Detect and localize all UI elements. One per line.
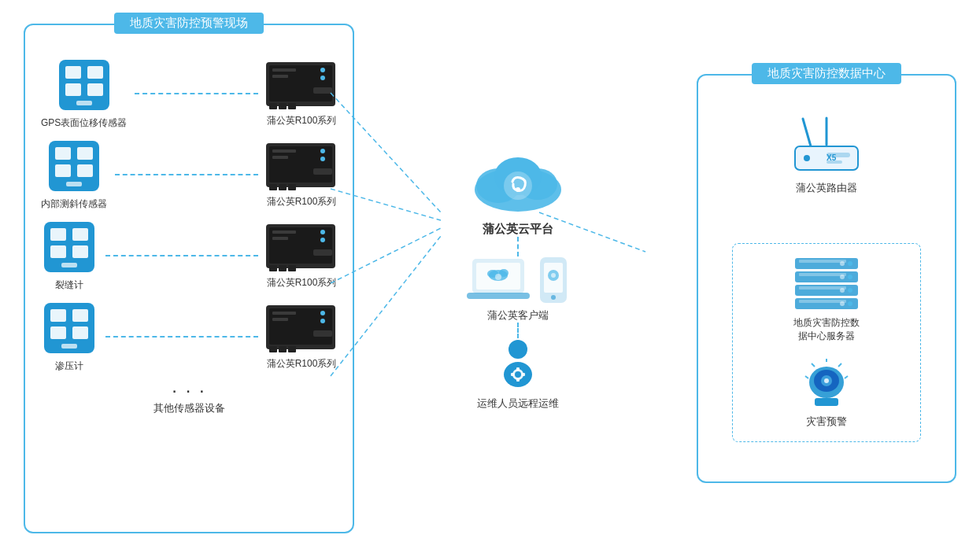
laptop-icon bbox=[467, 256, 530, 304]
r100-1-label: 蒲公英R100系列 bbox=[267, 114, 337, 127]
right-datacenter-box: 地质灾害防控数据中心 X5 蒲公英路由器 bbox=[697, 74, 956, 483]
svg-line-120 bbox=[805, 376, 808, 378]
svg-rect-17 bbox=[55, 147, 71, 160]
svg-point-112 bbox=[840, 301, 845, 306]
svg-rect-110 bbox=[799, 300, 846, 303]
svg-line-90 bbox=[803, 119, 811, 146]
person-label: 运维人员远程运维 bbox=[477, 397, 559, 411]
svg-rect-35 bbox=[50, 245, 66, 258]
svg-rect-33 bbox=[50, 228, 66, 241]
right-box-title: 地质灾害防控数据中心 bbox=[752, 63, 901, 84]
svg-rect-50 bbox=[72, 309, 88, 322]
r100-3-label: 蒲公英R100系列 bbox=[267, 276, 337, 290]
sensor-crack: 裂缝计 bbox=[41, 219, 98, 292]
svg-text:X5: X5 bbox=[827, 153, 837, 162]
router-label: 蒲公英路由器 bbox=[796, 181, 857, 195]
svg-rect-86 bbox=[516, 367, 520, 371]
svg-point-43 bbox=[320, 238, 325, 242]
r100-device-1 bbox=[266, 59, 337, 111]
alarm-icon bbox=[799, 359, 854, 410]
svg-rect-18 bbox=[77, 147, 93, 160]
sensor-pressure: 渗压计 bbox=[41, 300, 98, 373]
line-h-3a bbox=[105, 255, 258, 256]
svg-rect-98 bbox=[799, 260, 846, 263]
alarm-section: 灾害预警 bbox=[799, 359, 854, 429]
svg-rect-3 bbox=[65, 83, 81, 96]
svg-rect-63 bbox=[288, 346, 296, 352]
sensor-row-3: 裂缝计 蒲公英R100 bbox=[41, 219, 337, 292]
dots-vertical: · · · bbox=[172, 379, 205, 401]
svg-rect-49 bbox=[50, 309, 66, 322]
r100-device-3 bbox=[266, 221, 337, 273]
gps-sensor-icon bbox=[56, 57, 113, 113]
server-icon bbox=[791, 256, 862, 312]
other-sensors: · · · 其他传感器设备 bbox=[41, 379, 337, 415]
svg-rect-53 bbox=[61, 344, 77, 349]
sensor-gps: GPS表面位移传感器 bbox=[41, 57, 127, 130]
client-label: 蒲公英客户端 bbox=[487, 308, 549, 323]
r100-4: 蒲公英R100系列 bbox=[266, 302, 337, 371]
svg-point-81 bbox=[551, 273, 556, 278]
line-v-1 bbox=[517, 237, 519, 256]
sensor-gps-label: GPS表面位移传感器 bbox=[41, 116, 127, 130]
svg-rect-41 bbox=[272, 237, 288, 240]
svg-point-82 bbox=[508, 340, 527, 359]
sensor-row-1: GPS表面位移传感器 bbox=[41, 57, 337, 130]
line-v-2 bbox=[517, 323, 519, 338]
svg-point-100 bbox=[840, 261, 845, 266]
r100-device-4 bbox=[266, 302, 337, 354]
svg-point-68 bbox=[504, 172, 532, 200]
r100-2-label: 蒲公英R100系列 bbox=[267, 195, 337, 208]
left-site-box: 地质灾害防控预警现场 GPS表面位移传感器 bbox=[24, 24, 354, 533]
svg-rect-51 bbox=[50, 326, 66, 339]
svg-rect-60 bbox=[313, 330, 332, 337]
svg-rect-2 bbox=[87, 66, 103, 79]
pressure-sensor-icon bbox=[41, 300, 98, 356]
svg-line-118 bbox=[812, 363, 815, 367]
r100-2: 蒲公英R100系列 bbox=[266, 140, 337, 208]
svg-point-85 bbox=[515, 371, 521, 378]
left-box-title: 地质灾害防控预警现场 bbox=[114, 13, 264, 34]
svg-rect-19 bbox=[55, 164, 71, 177]
client-section: 蒲公英客户端 bbox=[467, 256, 569, 323]
line-h-2a bbox=[115, 174, 258, 175]
svg-point-93 bbox=[804, 155, 810, 161]
sensor-tilt-label: 内部测斜传感器 bbox=[41, 197, 107, 211]
sensor-row-2: 内部测斜传感器 蒲公英 bbox=[41, 138, 337, 211]
svg-rect-25 bbox=[272, 156, 288, 159]
tilt-sensor-icon bbox=[46, 138, 102, 194]
svg-rect-88 bbox=[511, 373, 514, 376]
svg-rect-45 bbox=[269, 265, 277, 271]
crack-sensor-icon bbox=[41, 219, 98, 275]
person-section: 运维人员远程运维 bbox=[477, 338, 559, 411]
svg-rect-47 bbox=[288, 265, 296, 271]
svg-rect-61 bbox=[269, 346, 277, 352]
svg-point-27 bbox=[320, 157, 325, 161]
svg-rect-8 bbox=[272, 68, 296, 72]
svg-rect-40 bbox=[272, 231, 296, 234]
svg-rect-46 bbox=[279, 265, 287, 271]
svg-rect-13 bbox=[269, 103, 277, 109]
svg-point-103 bbox=[848, 275, 852, 279]
svg-rect-102 bbox=[799, 273, 846, 276]
svg-point-69 bbox=[516, 187, 520, 192]
svg-point-99 bbox=[848, 261, 852, 266]
main-layout: 地质灾害防控预警现场 GPS表面位移传感器 bbox=[0, 0, 980, 557]
line-h-4a bbox=[105, 336, 258, 338]
server-section: 地质灾害防控数据中心服务器 bbox=[791, 256, 862, 343]
svg-point-104 bbox=[840, 275, 845, 279]
cloud-section: 蒲公英云平台 bbox=[467, 146, 569, 237]
svg-rect-28 bbox=[313, 168, 332, 175]
sensor-tilt: 内部测斜传感器 bbox=[41, 138, 107, 211]
svg-rect-37 bbox=[61, 263, 77, 267]
svg-rect-20 bbox=[77, 164, 93, 177]
sensor-crack-label: 裂缝计 bbox=[55, 278, 83, 292]
svg-rect-4 bbox=[87, 83, 103, 96]
svg-rect-76 bbox=[467, 293, 530, 299]
phone-icon bbox=[538, 256, 569, 304]
svg-rect-34 bbox=[72, 228, 88, 241]
svg-rect-106 bbox=[799, 286, 846, 290]
svg-line-117 bbox=[838, 363, 841, 367]
other-sensors-label: 其他传感器设备 bbox=[153, 401, 225, 415]
r100-1: 蒲公英R100系列 bbox=[266, 59, 337, 127]
